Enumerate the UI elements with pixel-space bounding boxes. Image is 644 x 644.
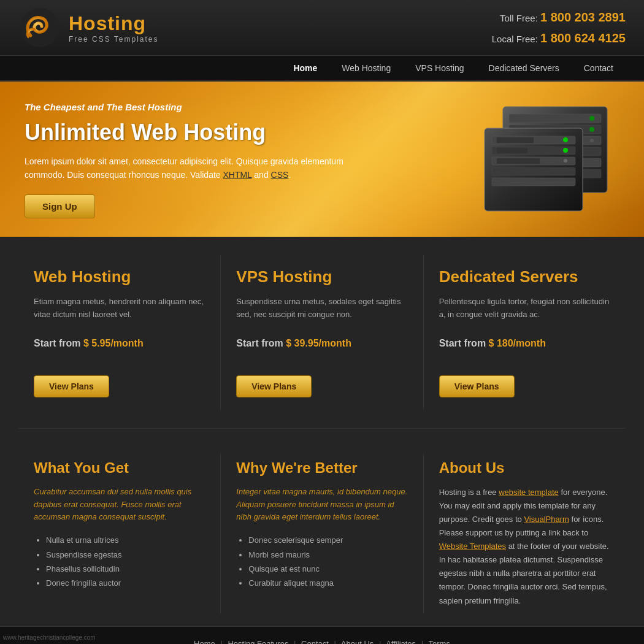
watermark: www.heritagechristiancollege.com: [3, 634, 96, 641]
svg-rect-16: [492, 178, 575, 186]
contact-info: Toll Free: 1 800 203 2891 Local Free: 1 …: [492, 7, 626, 48]
footer-terms-link[interactable]: Terms: [429, 639, 450, 644]
footer-hosting-features-link[interactable]: Hosting Features: [228, 639, 288, 644]
why-better-title: Why We're Better: [236, 459, 407, 477]
hero-title: Unlimited Web Hosting: [25, 120, 343, 145]
dedicated-servers-price: Start from $ 180/month: [439, 335, 610, 366]
nav-web-hosting[interactable]: Web Hosting: [329, 56, 403, 80]
footer-contact-link[interactable]: Contact: [301, 639, 329, 644]
footer-home-link[interactable]: Home: [194, 639, 215, 644]
svg-point-18: [563, 148, 568, 153]
web-hosting-desc: Etiam magna metus, hendrerit non aliquam…: [34, 296, 205, 326]
web-hosting-price: Start from $ 5.95/month: [34, 335, 205, 366]
list-item: Nulla et urna ultrices: [46, 533, 205, 547]
svg-point-10: [590, 139, 594, 142]
vps-hosting-plan: VPS Hosting Suspendisse urna metus, soda…: [221, 255, 423, 410]
list-item: Suspendisse egestas: [46, 548, 205, 562]
main-content: Web Hosting Etiam magna metus, hendrerit…: [0, 237, 644, 626]
footer: Home | Hosting Features | Contact | Abou…: [0, 626, 644, 644]
svg-point-9: [589, 127, 594, 132]
vps-hosting-view-plans-button[interactable]: View Plans: [236, 375, 312, 397]
why-better-col: Why We're Better Integer vitae magna mau…: [221, 453, 423, 614]
list-item: Donec fringilla auctor: [46, 576, 205, 590]
why-better-text: Integer vitae magna mauris, id bibendum …: [236, 486, 407, 524]
web-hosting-title: Web Hosting: [34, 267, 205, 286]
website-templates-link[interactable]: Website Templates: [439, 542, 506, 551]
vps-hosting-price: Start from $ 39.95/month: [236, 335, 407, 366]
svg-rect-22: [497, 158, 540, 164]
web-hosting-view-plans-button[interactable]: View Plans: [34, 375, 109, 397]
logo-text: Hosting Free CSS Templates: [69, 12, 159, 44]
dedicated-servers-title: Dedicated Servers: [439, 267, 610, 286]
logo-subtitle: Free CSS Templates: [69, 35, 159, 44]
hero-server-image: [472, 101, 619, 217]
website-template-link[interactable]: website template: [499, 488, 559, 497]
toll-free-number: 1 800 203 2891: [540, 10, 626, 24]
signup-button[interactable]: Sign Up: [25, 194, 95, 218]
footer-about-link[interactable]: About Us: [341, 639, 374, 644]
main-nav: Home Web Hosting VPS Hosting Dedicated S…: [0, 56, 644, 82]
svg-point-17: [563, 137, 568, 142]
nav-home[interactable]: Home: [281, 56, 329, 80]
local-free-label: Local Free:: [492, 34, 538, 44]
xhtml-link[interactable]: XHTML: [223, 170, 252, 180]
list-item: Curabitur aliquet magna: [248, 576, 407, 590]
web-hosting-plan: Web Hosting Etiam magna metus, hendrerit…: [18, 255, 221, 410]
logo-area: Hosting Free CSS Templates: [18, 6, 159, 49]
why-better-list: Donec scelerisque semper Morbi sed mauri…: [236, 533, 407, 591]
dedicated-servers-desc: Pellentesque ligula tortor, feugiat non …: [439, 296, 610, 326]
what-you-get-text: Curabitur accumsan dui sed nulla mollis …: [34, 486, 205, 524]
svg-rect-15: [492, 167, 575, 175]
footer-affiliates-link[interactable]: Affiliates: [386, 639, 416, 644]
about-us-text: Hosting is a free website template for e…: [439, 486, 610, 608]
svg-rect-20: [497, 137, 534, 143]
vps-hosting-title: VPS Hosting: [236, 267, 407, 286]
dedicated-servers-plan: Dedicated Servers Pellentesque ligula to…: [424, 255, 626, 410]
svg-rect-2: [509, 114, 601, 123]
css-link[interactable]: CSS: [271, 170, 289, 180]
nav-contact[interactable]: Contact: [572, 56, 626, 80]
what-you-get-list: Nulla et urna ultrices Suspendisse egest…: [34, 533, 205, 591]
list-item: Quisque at est nunc: [248, 562, 407, 576]
logo-title: Hosting: [69, 12, 159, 35]
hero-tagline: The Cheapest and The Best Hosting: [25, 100, 343, 115]
plans-section: Web Hosting Etiam magna metus, hendrerit…: [18, 255, 626, 429]
local-free-number: 1 800 624 4125: [540, 31, 626, 45]
hero-content: The Cheapest and The Best Hosting Unlimi…: [25, 100, 343, 218]
svg-rect-21: [497, 148, 527, 153]
info-section: What You Get Curabitur accumsan dui sed …: [18, 447, 626, 614]
what-you-get-title: What You Get: [34, 459, 205, 477]
nav-dedicated-servers[interactable]: Dedicated Servers: [477, 56, 572, 80]
dedicated-servers-view-plans-button[interactable]: View Plans: [439, 375, 515, 397]
footer-links: Home | Hosting Features | Contact | Abou…: [18, 639, 626, 644]
logo-icon: [18, 6, 61, 49]
header: Hosting Free CSS Templates Toll Free: 1 …: [0, 0, 644, 56]
hero-description: Lorem ipsum dolor sit amet, consectetur …: [25, 155, 343, 182]
about-us-col: About Us Hosting is a free website templ…: [424, 453, 626, 614]
list-item: Morbi sed mauris: [248, 548, 407, 562]
what-you-get-col: What You Get Curabitur accumsan dui sed …: [18, 453, 221, 614]
svg-point-19: [564, 159, 567, 163]
list-item: Phasellus sollicitudin: [46, 562, 205, 576]
vps-hosting-desc: Suspendisse urna metus, sodales eget sag…: [236, 296, 407, 326]
about-us-title: About Us: [439, 459, 610, 477]
visual-pharm-link[interactable]: VisualPharm: [524, 515, 569, 524]
svg-point-8: [589, 116, 594, 121]
hero-banner: The Cheapest and The Best Hosting Unlimi…: [0, 82, 644, 237]
list-item: Donec scelerisque semper: [248, 533, 407, 547]
toll-free-label: Toll Free:: [500, 13, 538, 23]
nav-vps-hosting[interactable]: VPS Hosting: [403, 56, 476, 80]
